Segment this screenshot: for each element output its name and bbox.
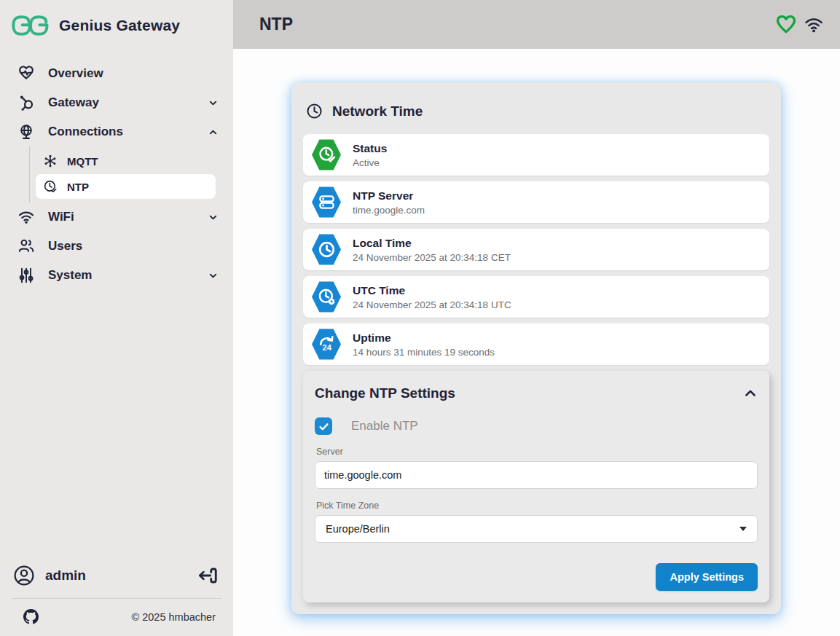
sidebar-footer: © 2025 hmbacher — [0, 599, 233, 636]
brand: Genius Gateway — [0, 0, 233, 49]
button-row: Apply Settings — [315, 563, 758, 591]
clock-check-badge-icon — [312, 139, 341, 171]
check-icon — [318, 421, 329, 432]
globe-stand-icon — [17, 123, 35, 141]
sidebar-item-mqtt[interactable]: MQTT — [36, 149, 216, 173]
row-value: 24 November 2025 at 20:34:18 CET — [353, 252, 511, 263]
row-title: Status — [353, 141, 387, 155]
sidebar-item-label: Users — [48, 239, 82, 254]
sidebar-nav: Overview Gateway — [0, 49, 233, 290]
enable-ntp-checkbox[interactable] — [315, 417, 332, 435]
svg-text:24: 24 — [322, 343, 331, 352]
copyright-text: © 2025 hmbacher — [132, 611, 216, 623]
settings-header: Change NTP Settings — [315, 385, 758, 401]
app-title: Genius Gateway — [59, 17, 180, 34]
heart-icon — [774, 13, 798, 36]
nodes-icon — [43, 154, 58, 168]
network-time-card: Network Time Status Active — [291, 82, 781, 614]
person-circle-icon — [13, 565, 35, 586]
enable-ntp-row: Enable NTP — [315, 417, 758, 435]
row-title: Local Time — [353, 236, 511, 250]
wifi-icon — [17, 208, 35, 226]
wifi-status-icon — [804, 15, 824, 35]
enable-ntp-label: Enable NTP — [351, 419, 418, 433]
chevron-up-icon — [208, 127, 219, 138]
row-value: 14 hours 31 minutes 19 seconds — [353, 347, 495, 358]
content: Network Time Status Active — [233, 49, 840, 636]
uptime-row: 24 Uptime 14 hours 31 minutes 19 seconds — [303, 323, 769, 365]
sidebar-item-label: Gateway — [48, 95, 99, 110]
sprocket-icon — [17, 94, 35, 111]
card-title: Network Time — [332, 103, 423, 119]
row-value: time.google.com — [353, 205, 425, 216]
clock-pin-badge-icon — [312, 281, 341, 313]
row-value: 24 November 2025 at 20:34:18 UTC — [353, 299, 511, 310]
clock-badge-icon — [312, 234, 341, 266]
sidebar-bottom: admin © 2025 hmbacher — [0, 557, 233, 636]
page-title: NTP — [259, 15, 293, 34]
timezone-field-label: Pick Time Zone — [316, 500, 758, 511]
sidebar-item-label: System — [48, 268, 92, 283]
topbar: NTP — [233, 0, 840, 49]
status-row: Status Active — [303, 134, 769, 176]
chevron-down-icon — [208, 212, 219, 223]
sidebar-item-system[interactable]: System — [12, 261, 223, 290]
sidebar-item-label: WiFi — [48, 210, 74, 224]
user-row: admin — [0, 557, 233, 594]
topbar-status-icons — [774, 13, 824, 36]
clock-icon — [306, 103, 323, 119]
server-input[interactable] — [315, 461, 758, 489]
timezone-select[interactable]: Europe/Berlin — [315, 515, 758, 543]
ntp-server-row: NTP Server time.google.com — [303, 181, 769, 223]
sidebar-item-gateway[interactable]: Gateway — [12, 88, 223, 117]
sidebar-item-label: Connections — [48, 125, 123, 139]
sidebar-item-overview[interactable]: Overview — [12, 59, 223, 88]
row-title: NTP Server — [353, 189, 425, 203]
sidebar-item-connections[interactable]: Connections — [12, 117, 223, 146]
chevron-down-icon — [208, 270, 219, 281]
apply-settings-button[interactable]: Apply Settings — [656, 563, 758, 591]
sidebar-item-wifi[interactable]: WiFi — [12, 203, 223, 232]
sliders-icon — [17, 267, 35, 284]
heart-pulse-icon — [17, 65, 35, 82]
server-field-label: Server — [316, 447, 758, 457]
row-value: Active — [353, 157, 387, 168]
genius-gateway-logo-icon — [12, 9, 50, 42]
card-header: Network Time — [303, 94, 769, 134]
user-name: admin — [45, 568, 86, 584]
main-area: NTP — [233, 0, 840, 636]
box-arrow-left-icon — [197, 565, 219, 586]
people-icon — [17, 237, 35, 255]
sidebar-item-label: MQTT — [67, 155, 98, 168]
server-badge-icon — [312, 187, 341, 219]
sidebar-item-users[interactable]: Users — [12, 232, 223, 261]
connections-submenu: MQTT NTP — [29, 146, 223, 203]
logout-button[interactable] — [197, 565, 219, 586]
sidebar: Genius Gateway Overview — [0, 0, 233, 636]
utc-time-row: UTC Time 24 November 2025 at 20:34:18 UT… — [303, 276, 769, 318]
uptime-24-badge-icon: 24 — [312, 329, 341, 361]
row-title: UTC Time — [353, 283, 511, 297]
timezone-selected-value: Europe/Berlin — [326, 523, 390, 535]
github-icon[interactable] — [23, 609, 39, 624]
chevron-down-icon — [208, 98, 219, 109]
chevron-up-icon — [743, 386, 758, 401]
sidebar-item-ntp[interactable]: NTP — [36, 174, 216, 199]
clock-check-icon — [43, 179, 58, 194]
change-ntp-settings-card: Change NTP Settings — [303, 371, 769, 602]
collapse-button[interactable] — [743, 386, 758, 401]
settings-title: Change NTP Settings — [315, 385, 455, 401]
sidebar-item-label: Overview — [48, 66, 103, 81]
caret-down-icon — [739, 527, 747, 531]
sidebar-item-label: NTP — [67, 181, 89, 193]
local-time-row: Local Time 24 November 2025 at 20:34:18 … — [303, 229, 769, 270]
row-title: Uptime — [353, 331, 495, 345]
